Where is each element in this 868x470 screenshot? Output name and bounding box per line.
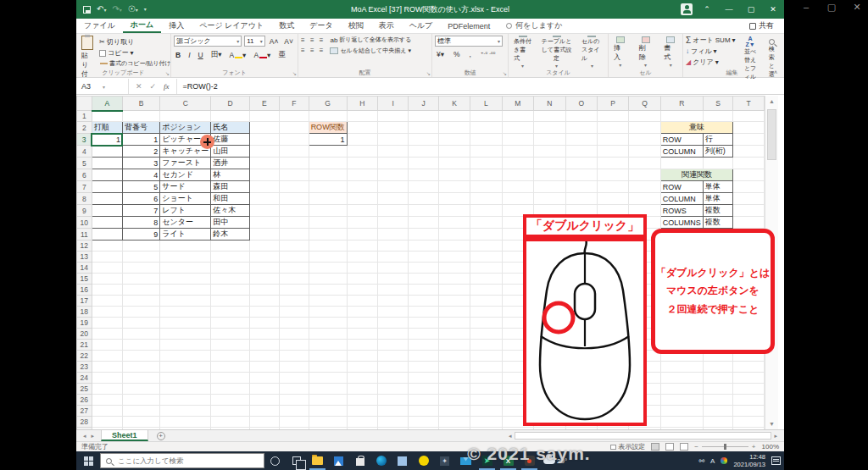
cell[interactable]	[309, 318, 347, 329]
cell[interactable]	[660, 111, 703, 122]
cell[interactable]	[378, 417, 409, 428]
currency-format-icon[interactable]: ¥▾	[435, 50, 446, 58]
cell[interactable]	[378, 285, 409, 296]
cell[interactable]	[92, 111, 122, 122]
cell[interactable]	[378, 217, 409, 229]
decimal-icons[interactable]: ⁺·⁰ ·⁰⁰	[479, 51, 497, 58]
cell[interactable]	[211, 285, 249, 296]
outer-minimize-button[interactable]: –	[800, 2, 812, 13]
cell[interactable]	[378, 134, 409, 146]
cell[interactable]	[438, 229, 470, 241]
cell[interactable]	[92, 417, 122, 428]
cell[interactable]: レフト	[160, 205, 211, 217]
cell[interactable]	[378, 146, 409, 158]
cell[interactable]: 4	[122, 169, 159, 181]
row-header[interactable]: 27	[77, 406, 92, 417]
cell[interactable]	[347, 373, 377, 384]
cell[interactable]	[160, 285, 211, 296]
cell[interactable]	[703, 395, 733, 406]
cell[interactable]	[378, 329, 409, 340]
cell[interactable]	[733, 406, 765, 417]
cell[interactable]	[309, 181, 347, 193]
cell[interactable]	[438, 169, 470, 181]
cell[interactable]	[733, 111, 765, 122]
cell[interactable]	[122, 395, 159, 406]
cell[interactable]	[470, 362, 502, 373]
column-header[interactable]: T	[733, 97, 765, 111]
cell[interactable]	[629, 193, 660, 205]
fill-button[interactable]: ↓ フィル ▾	[686, 47, 736, 56]
cell[interactable]	[409, 146, 438, 158]
cell[interactable]	[309, 285, 347, 296]
cell[interactable]	[160, 340, 211, 351]
cell[interactable]	[280, 296, 309, 307]
cell[interactable]	[534, 146, 565, 158]
cell[interactable]	[280, 274, 309, 285]
cell[interactable]	[409, 181, 438, 193]
cell[interactable]: 山田	[211, 146, 249, 158]
cell[interactable]	[92, 318, 122, 329]
cell[interactable]: 9	[122, 229, 159, 241]
cell[interactable]	[733, 373, 765, 384]
cell[interactable]	[378, 318, 409, 329]
cell[interactable]	[122, 318, 159, 329]
cell[interactable]	[347, 274, 377, 285]
cell[interactable]: 酒井	[211, 158, 249, 169]
link-tray-icon[interactable]: ⚯	[698, 457, 704, 465]
cell[interactable]	[249, 111, 279, 122]
cell[interactable]	[502, 181, 533, 193]
cell[interactable]: 単体	[703, 193, 733, 205]
cell[interactable]	[347, 169, 377, 181]
task-view-icon[interactable]	[286, 451, 307, 470]
cell[interactable]	[347, 146, 377, 158]
formula-input[interactable]: =ROW()-2	[177, 82, 218, 91]
column-header[interactable]: Q	[629, 97, 660, 111]
cell[interactable]	[92, 351, 122, 362]
cell[interactable]	[629, 134, 660, 146]
cell[interactable]	[470, 340, 502, 351]
cell[interactable]: セカンド	[160, 169, 211, 181]
cell[interactable]	[309, 263, 347, 274]
cell[interactable]	[378, 296, 409, 307]
cell[interactable]	[280, 252, 309, 263]
cell[interactable]	[438, 134, 470, 146]
cell[interactable]	[249, 158, 279, 169]
column-header[interactable]: I	[378, 97, 409, 111]
column-header[interactable]: L	[470, 97, 502, 111]
cell[interactable]	[347, 263, 377, 274]
cell[interactable]	[409, 307, 438, 318]
store-icon[interactable]	[349, 451, 370, 470]
cancel-formula-icon[interactable]: ✕	[136, 82, 142, 91]
cell[interactable]: 和田	[211, 193, 249, 205]
cell[interactable]	[160, 307, 211, 318]
cell[interactable]: ライト	[160, 229, 211, 241]
cell[interactable]	[438, 193, 470, 205]
cell[interactable]	[438, 340, 470, 351]
cell[interactable]	[122, 362, 159, 373]
cell[interactable]	[438, 329, 470, 340]
insert-cells-button[interactable]: 挿入▾	[611, 36, 630, 69]
cell[interactable]	[347, 296, 377, 307]
increase-font-icon[interactable]: A˄	[268, 37, 281, 46]
cell[interactable]	[280, 307, 309, 318]
cell[interactable]: サード	[160, 181, 211, 193]
cell[interactable]	[470, 181, 502, 193]
fill-color-button[interactable]: A▾	[227, 51, 248, 59]
cell[interactable]	[309, 274, 347, 285]
cell[interactable]	[660, 362, 703, 373]
cell[interactable]	[378, 169, 409, 181]
customize-qat-icon[interactable]: ▾	[144, 5, 147, 14]
row-header[interactable]: 15	[77, 274, 92, 285]
cell[interactable]	[92, 205, 122, 217]
sheet-tab[interactable]: Sheet1	[101, 430, 148, 441]
cell[interactable]	[378, 362, 409, 373]
cell[interactable]	[309, 362, 347, 373]
cell[interactable]	[733, 384, 765, 395]
cell[interactable]	[378, 229, 409, 241]
cell[interactable]	[249, 362, 279, 373]
cell[interactable]	[347, 241, 377, 252]
cell[interactable]	[280, 351, 309, 362]
row-header[interactable]: 10	[77, 217, 92, 229]
row-header[interactable]: 5	[77, 158, 92, 169]
cell[interactable]	[122, 384, 159, 395]
